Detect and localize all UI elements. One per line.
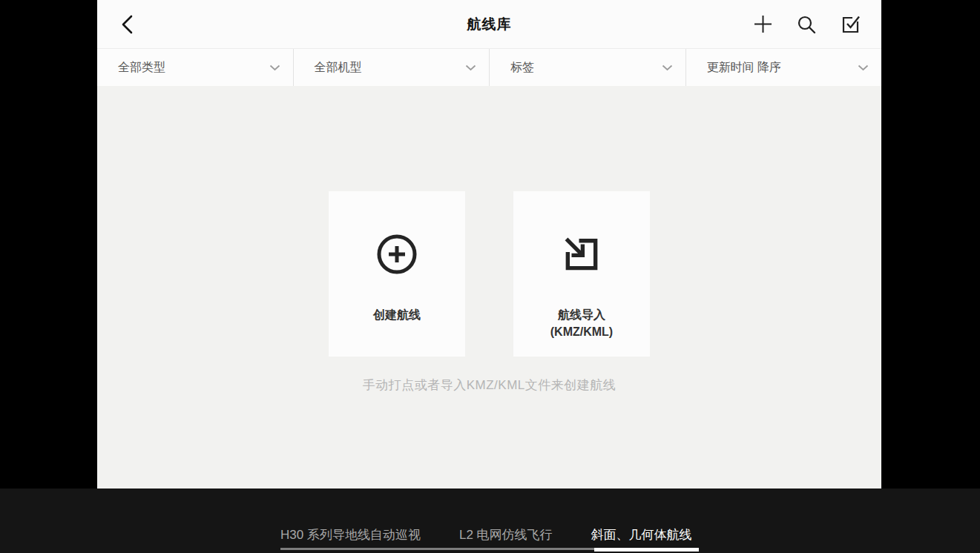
add-route-button[interactable] xyxy=(752,14,773,35)
search-icon xyxy=(797,15,816,34)
create-route-label: 创建航线 xyxy=(373,306,421,323)
checkbox-check-icon xyxy=(841,15,861,34)
filter-sort-label: 更新时间 降序 xyxy=(707,60,781,76)
filter-tag-dropdown[interactable]: 标签 xyxy=(489,49,685,86)
import-route-label-line2: (KMZ/KML) xyxy=(550,323,613,340)
filter-model-label: 全部机型 xyxy=(315,60,362,76)
tab-h30-powerline-inspection[interactable]: H30 系列导地线自动巡视 xyxy=(280,526,421,543)
active-tab-indicator xyxy=(594,548,699,552)
create-route-card[interactable]: 创建航线 xyxy=(329,191,465,357)
chevron-down-icon xyxy=(465,64,476,71)
route-library-panel: 航线库 xyxy=(97,0,881,489)
chevron-down-icon xyxy=(858,64,869,71)
import-route-card[interactable]: 航线导入 (KMZ/KML) xyxy=(513,191,650,357)
bottom-tab-band: H30 系列导地线自动巡视 L2 电网仿线飞行 斜面、几何体航线 xyxy=(0,489,980,553)
filter-tag-label: 标签 xyxy=(510,60,534,76)
helper-text: 手动打点或者导入KMZ/KML文件来创建航线 xyxy=(97,377,881,394)
chevron-down-icon xyxy=(269,64,280,71)
import-route-label-line1: 航线导入 xyxy=(550,306,613,323)
tab-slope-geometry-route[interactable]: 斜面、几何体航线 xyxy=(591,526,692,543)
import-icon xyxy=(561,234,602,275)
filter-type-dropdown[interactable]: 全部类型 xyxy=(97,49,293,86)
import-route-label: 航线导入 (KMZ/KML) xyxy=(550,306,613,340)
chevron-down-icon xyxy=(662,64,673,71)
filter-sort-dropdown[interactable]: 更新时间 降序 xyxy=(685,49,882,86)
action-cards-row: 创建航线 航线导入 (KMZ/KML) xyxy=(97,86,881,357)
tab-l2-grid-flight[interactable]: L2 电网仿线飞行 xyxy=(459,526,553,543)
top-bar-actions xyxy=(752,0,861,48)
circle-plus-icon xyxy=(376,234,418,275)
plus-icon xyxy=(753,14,773,34)
top-bar: 航线库 xyxy=(97,0,881,49)
bottom-tabs: H30 系列导地线自动巡视 L2 电网仿线飞行 斜面、几何体航线 xyxy=(280,526,692,543)
filter-type-label: 全部类型 xyxy=(118,60,165,76)
filter-model-dropdown[interactable]: 全部机型 xyxy=(293,49,490,86)
content-area: 创建航线 航线导入 (KMZ/KML) 手动打点或者导入KMZ/KML文件来创建… xyxy=(97,86,881,489)
search-button[interactable] xyxy=(796,14,817,35)
multi-select-button[interactable] xyxy=(840,14,861,35)
filter-bar: 全部类型 全部机型 标签 更新时间 降序 xyxy=(97,49,881,86)
